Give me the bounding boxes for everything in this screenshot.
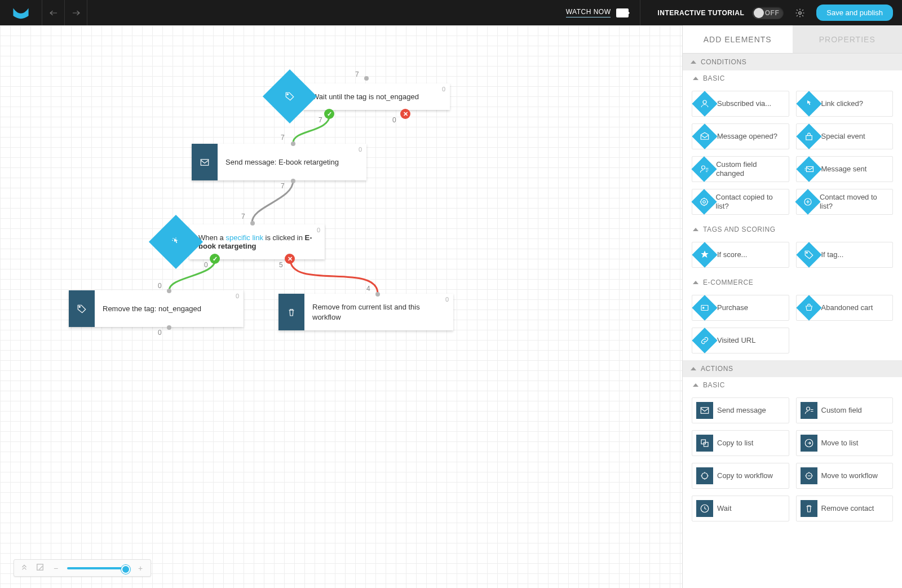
svg-point-0 [799, 11, 802, 14]
watch-now-link[interactable]: WATCH NOW [566, 0, 641, 25]
toggle-state-label: OFF [765, 9, 780, 17]
settings-button[interactable] [794, 8, 806, 18]
tutorial-label: INTERACTIVE TUTORIAL [657, 9, 744, 17]
undo-button[interactable] [42, 0, 65, 25]
app-logo[interactable] [0, 0, 42, 25]
save-publish-button[interactable]: Save and publish [816, 5, 893, 21]
redo-button[interactable] [65, 0, 87, 25]
video-icon [616, 8, 629, 17]
watch-now-label: WATCH NOW [566, 8, 611, 17]
tutorial-toggle[interactable]: OFF [752, 7, 784, 19]
